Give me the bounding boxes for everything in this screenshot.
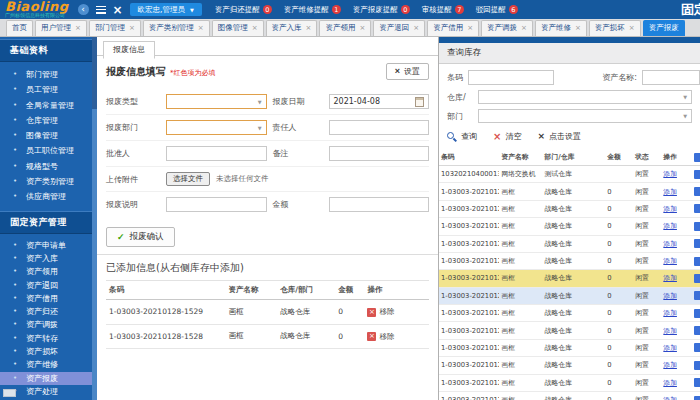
warehouse-select[interactable]: ▼ — [478, 90, 692, 104]
tab-用户管理[interactable]: 用户管理× — [35, 20, 87, 36]
tab-close-icon[interactable]: × — [252, 25, 258, 32]
tab-close-icon[interactable]: × — [521, 25, 527, 32]
add-link[interactable]: 添加 — [663, 292, 677, 300]
clipped-button[interactable] — [694, 396, 700, 400]
notification-item[interactable]: 审核提醒7 — [422, 5, 464, 15]
tab-close-icon[interactable]: × — [198, 25, 204, 32]
add-link[interactable]: 添加 — [663, 327, 677, 335]
sidebar-item-资产申请单[interactable]: 资产申请单 — [0, 239, 97, 252]
remove-button[interactable]: ×移除 — [367, 332, 394, 342]
approver-input[interactable] — [166, 146, 267, 161]
scrap-confirm-button[interactable]: ✓ 报废确认 — [106, 227, 175, 247]
remark-input[interactable] — [329, 146, 430, 161]
clipped-button[interactable] — [694, 153, 700, 162]
tab-资产调拨[interactable]: 资产调拨× — [481, 20, 533, 36]
add-link[interactable]: 添加 — [663, 379, 677, 387]
tab-close-icon[interactable]: × — [306, 25, 312, 32]
sidebar-item-资产报废[interactable]: 资产报废 — [0, 372, 92, 385]
clipped-button[interactable] — [694, 170, 700, 179]
tab-资产入库[interactable]: 资产入库× — [266, 20, 318, 36]
tab-close-icon[interactable]: × — [575, 25, 581, 32]
sidebar-scrollbar[interactable] — [92, 37, 97, 400]
tab-资产领用[interactable]: 资产领用× — [319, 20, 371, 36]
sidebar-item-员工管理[interactable]: 员工管理 — [0, 82, 97, 97]
dept-select[interactable]: ▼ — [478, 109, 692, 123]
tab-部门管理[interactable]: 部门管理× — [89, 20, 141, 36]
clipped-button[interactable] — [694, 204, 700, 213]
menu-icon[interactable] — [96, 6, 106, 14]
clipped-button[interactable] — [694, 274, 700, 283]
tab-首页[interactable]: 首页 — [6, 20, 33, 36]
add-link[interactable]: 添加 — [663, 309, 677, 317]
choose-file-button[interactable]: 选择文件 — [166, 172, 210, 186]
tab-资产退回[interactable]: 资产退回× — [373, 20, 425, 36]
tab-图像管理[interactable]: 图像管理× — [212, 20, 264, 36]
add-link[interactable]: 添加 — [663, 222, 677, 230]
add-link[interactable]: 添加 — [663, 396, 677, 400]
sidebar-item-资产归还[interactable]: 资产归还 — [0, 305, 97, 318]
user-dropdown[interactable]: 欧宏忠,管理员 ▼ — [130, 3, 202, 16]
add-link[interactable]: 添加 — [663, 205, 677, 213]
scrap-date-field[interactable]: 2021-04-08 — [329, 94, 430, 109]
collapse-sidebar-button[interactable]: ‹ — [78, 4, 89, 15]
tab-close-icon[interactable]: × — [129, 25, 135, 32]
amount-input[interactable] — [329, 197, 430, 212]
responsible-input[interactable] — [329, 120, 430, 135]
notification-item[interactable]: 资产报废提醒0 — [353, 5, 410, 15]
sidebar-item-资产调拨[interactable]: 资产调拨 — [0, 318, 97, 331]
sidebar-item-资产转存[interactable]: 资产转存 — [0, 332, 97, 345]
tab-close-icon[interactable]: × — [413, 25, 419, 32]
notification-item[interactable]: 驳回提醒6 — [476, 5, 518, 15]
add-link[interactable]: 添加 — [663, 361, 677, 369]
add-link[interactable]: 添加 — [663, 170, 677, 178]
asset-name-input[interactable] — [642, 70, 700, 85]
sidebar-item-资产损坏[interactable]: 资产损坏 — [0, 345, 97, 358]
sidebar-item-资产入库[interactable]: 资产入库 — [0, 252, 97, 265]
tab-close-icon[interactable]: × — [75, 25, 81, 32]
add-link[interactable]: 添加 — [663, 274, 677, 282]
clipped-button[interactable] — [694, 326, 700, 335]
clipped-button[interactable] — [694, 343, 700, 352]
search-button[interactable]: 查询 — [447, 131, 477, 142]
clipped-button[interactable] — [694, 378, 700, 387]
tab-资产类别管理[interactable]: 资产类别管理× — [143, 20, 210, 36]
add-link[interactable]: 添加 — [663, 344, 677, 352]
barcode-input[interactable] — [468, 70, 554, 85]
sidebar-item-全局常量管理[interactable]: 全局常量管理 — [0, 98, 97, 113]
tab-资产维修[interactable]: 资产维修× — [535, 20, 587, 36]
sidebar-item-资产维修[interactable]: 资产维修 — [0, 358, 97, 371]
sidebar-item-员工职位管理[interactable]: 员工职位管理 — [0, 143, 97, 158]
tab-资产报废[interactable]: 资产报废 — [643, 20, 685, 36]
add-link[interactable]: 添加 — [663, 188, 677, 196]
clipped-button[interactable] — [694, 291, 700, 300]
sidebar-scrollbar-thumb[interactable] — [92, 37, 97, 109]
clipped-button[interactable] — [694, 257, 700, 266]
tab-close-icon[interactable]: × — [629, 25, 635, 32]
clipped-button[interactable] — [694, 361, 700, 370]
calendar-icon[interactable] — [415, 97, 424, 107]
sidebar-item-资产借用[interactable]: 资产借用 — [0, 292, 97, 305]
sidebar-item-资产退回[interactable]: 资产退回 — [0, 279, 97, 292]
tab-资产损坏[interactable]: 资产损坏× — [589, 20, 641, 36]
notification-item[interactable]: 资产维修提醒1 — [284, 5, 341, 15]
sidebar-item-仓库管理[interactable]: 仓库管理 — [0, 113, 97, 128]
remove-button[interactable]: ×移除 — [367, 307, 394, 317]
scrap-dept-select[interactable]: ▼ — [166, 120, 267, 135]
clipped-button[interactable] — [694, 309, 700, 318]
sidebar-item-规格型号[interactable]: 规格型号 — [0, 159, 97, 174]
scrap-type-select[interactable]: ▼ — [166, 94, 267, 109]
sidebar-item-资产领用[interactable]: 资产领用 — [0, 265, 97, 278]
sidebar-item-资产类别管理[interactable]: 资产类别管理 — [0, 174, 97, 189]
close-icon[interactable]: × — [113, 4, 123, 16]
tab-close-icon[interactable]: × — [467, 25, 473, 32]
sidebar-item-图像管理[interactable]: 图像管理 — [0, 128, 97, 143]
settings-button[interactable]: × 设置 — [386, 63, 429, 80]
clipped-button[interactable] — [694, 222, 700, 231]
clear-button[interactable]: × 清空 — [493, 131, 521, 142]
sidebar-item-供应商管理[interactable]: 供应商管理 — [0, 189, 97, 204]
tab-scrap-info[interactable]: 报废信息 — [103, 41, 155, 59]
clipped-button[interactable] — [694, 187, 700, 196]
click-settings-button[interactable]: × 点击设置 — [537, 131, 581, 142]
add-link[interactable]: 添加 — [663, 240, 677, 248]
sidebar-item-部门管理[interactable]: 部门管理 — [0, 67, 97, 82]
